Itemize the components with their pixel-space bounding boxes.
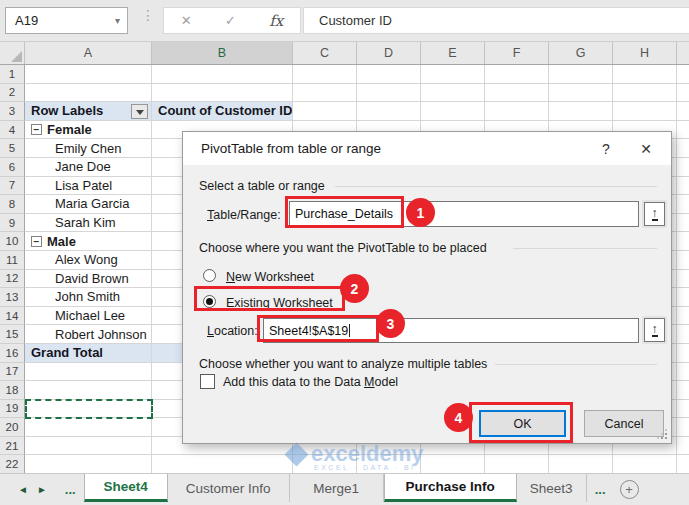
row-header-6[interactable]: 6 (0, 158, 25, 177)
data-model-checkbox[interactable] (200, 374, 215, 389)
cell-D3[interactable] (357, 102, 421, 121)
cell-D22[interactable] (357, 455, 421, 474)
cell-H22[interactable] (613, 455, 677, 474)
cell-G3[interactable] (549, 102, 613, 121)
cell-E3[interactable] (421, 102, 485, 121)
row-header-9[interactable]: 9 (0, 214, 25, 233)
cell-C3[interactable] (293, 102, 357, 121)
cell-A1[interactable] (25, 65, 152, 84)
row-header-4[interactable]: 4 (0, 121, 25, 140)
data-model-checkbox-label[interactable]: Add this data to the Data Model (223, 375, 398, 389)
cell-H2[interactable] (613, 84, 677, 103)
row-header-7[interactable]: 7 (0, 177, 25, 196)
row-header-3[interactable]: 3 (0, 102, 25, 121)
cell-A11[interactable]: Alex Wong (25, 251, 152, 270)
row-header-14[interactable]: 14 (0, 307, 25, 326)
cell-B1[interactable] (152, 65, 293, 84)
cell-B3[interactable]: Count of Customer ID (152, 102, 293, 121)
cell-A7[interactable]: Lisa Patel (25, 177, 152, 196)
row-header-19[interactable]: 19 (0, 400, 25, 419)
row-header-13[interactable]: 13 (0, 288, 25, 307)
column-header-B[interactable]: B (152, 42, 293, 64)
row-header-5[interactable]: 5 (0, 139, 25, 158)
cell-A10[interactable]: −Male (25, 232, 152, 251)
insert-function-icon[interactable]: fx (269, 12, 283, 30)
cell-E22[interactable] (421, 455, 485, 474)
row-header-18[interactable]: 18 (0, 381, 25, 400)
cell-A12[interactable]: David Brown (25, 270, 152, 289)
formula-input[interactable]: Customer ID (303, 7, 689, 34)
name-box[interactable]: A19 ▾ (5, 7, 128, 34)
cell-D2[interactable] (357, 84, 421, 103)
cancel-button[interactable]: Cancel (584, 410, 664, 437)
cell-A16[interactable]: Grand Total (25, 344, 152, 363)
tab-customer-info[interactable]: Customer Info (168, 474, 290, 502)
collapse-dialog-button[interactable]: ↑ (644, 318, 665, 342)
cell-B2[interactable] (152, 84, 293, 103)
cell-A9[interactable]: Sarah Kim (25, 214, 152, 233)
cell-E1[interactable] (421, 65, 485, 84)
cell-C22[interactable] (293, 455, 357, 474)
column-header-E[interactable]: E (421, 42, 485, 64)
name-box-dropdown-icon[interactable]: ▾ (115, 15, 120, 26)
tab-sheet4[interactable]: Sheet4 (84, 474, 168, 502)
cancel-entry-icon[interactable]: ✕ (181, 13, 192, 28)
confirm-entry-icon[interactable]: ✓ (225, 13, 236, 28)
cell-G22[interactable] (549, 455, 613, 474)
collapse-group-icon[interactable]: − (31, 236, 42, 247)
cell-A22[interactable] (25, 455, 152, 474)
cell-F1[interactable] (485, 65, 549, 84)
cell-G2[interactable] (549, 84, 613, 103)
cell-E2[interactable] (421, 84, 485, 103)
tab-merge1[interactable]: Merge1 (290, 474, 384, 502)
cell-F2[interactable] (485, 84, 549, 103)
radio-new-worksheet[interactable] (203, 269, 216, 282)
cell-F22[interactable] (485, 455, 549, 474)
cell-A5[interactable]: Emily Chen (25, 139, 152, 158)
cell-A21[interactable] (25, 437, 152, 456)
column-header-A[interactable]: A (25, 42, 152, 64)
more-sheets-left[interactable]: ... (57, 474, 84, 505)
radio-new-worksheet-label[interactable]: New Worksheet (226, 270, 314, 284)
row-header-22[interactable]: 22 (0, 455, 25, 474)
tab-purchase-info[interactable]: Purchase Info (384, 474, 517, 502)
close-icon[interactable]: ✕ (633, 132, 659, 165)
cell-A3[interactable]: Row Labels (25, 102, 152, 121)
cell-D1[interactable] (357, 65, 421, 84)
tab-sheet3[interactable]: Sheet3 (517, 474, 587, 502)
cell-A18[interactable] (25, 381, 152, 400)
prev-sheet-icon[interactable]: ◄ (18, 484, 28, 495)
column-header-F[interactable]: F (485, 42, 549, 64)
cell-C2[interactable] (293, 84, 357, 103)
column-header-D[interactable]: D (357, 42, 421, 64)
row-header-11[interactable]: 11 (0, 251, 25, 270)
cell-A13[interactable]: John Smith (25, 288, 152, 307)
collapse-group-icon[interactable]: − (31, 124, 42, 135)
cell-A8[interactable]: Maria Garcia (25, 195, 152, 214)
column-header-C[interactable]: C (293, 42, 357, 64)
row-header-20[interactable]: 20 (0, 418, 25, 437)
row-header-21[interactable]: 21 (0, 437, 25, 456)
cell-A20[interactable] (25, 418, 152, 437)
row-header-2[interactable]: 2 (0, 84, 25, 103)
column-header-H[interactable]: H (613, 42, 677, 64)
cell-A17[interactable] (25, 363, 152, 382)
cell-A2[interactable] (25, 84, 152, 103)
column-header-G[interactable]: G (549, 42, 613, 64)
help-icon[interactable]: ? (593, 132, 619, 165)
row-header-16[interactable]: 16 (0, 344, 25, 363)
select-all-corner[interactable] (0, 42, 25, 64)
resize-grip[interactable] (658, 430, 667, 439)
more-sheets-right[interactable]: ... (587, 474, 614, 505)
cell-A14[interactable]: Michael Lee (25, 307, 152, 326)
cell-A4[interactable]: −Female (25, 121, 152, 140)
drag-handle-icon[interactable]: ⋮ (141, 10, 155, 20)
collapse-dialog-button[interactable]: ↑ (644, 202, 665, 226)
next-sheet-icon[interactable]: ► (37, 484, 47, 495)
cell-B22[interactable] (152, 455, 293, 474)
row-labels-filter-icon[interactable] (131, 104, 148, 119)
row-header-1[interactable]: 1 (0, 65, 25, 84)
row-header-10[interactable]: 10 (0, 232, 25, 251)
cell-A15[interactable]: Robert Johnson (25, 325, 152, 344)
cell-A6[interactable]: Jane Doe (25, 158, 152, 177)
